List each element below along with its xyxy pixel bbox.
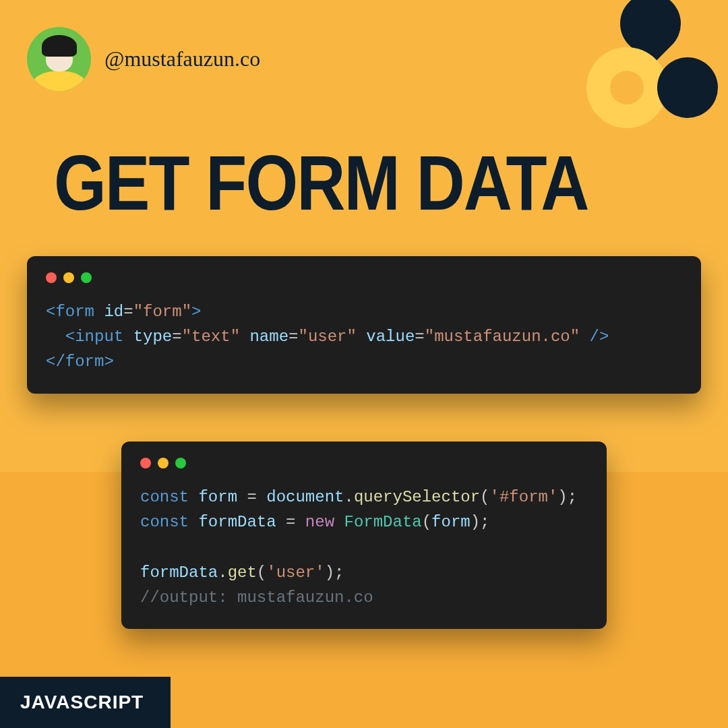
maximize-icon bbox=[175, 458, 186, 468]
page-title: GET FORM DATA bbox=[54, 138, 588, 227]
window-controls bbox=[46, 272, 682, 283]
shape-ring-icon bbox=[586, 47, 667, 128]
code-block-js: const form = document.querySelector('#fo… bbox=[140, 485, 588, 610]
maximize-icon bbox=[81, 272, 92, 283]
close-icon bbox=[46, 272, 57, 283]
code-block-html: <form id="form"> <input type="text" name… bbox=[46, 299, 682, 375]
decorative-shapes bbox=[580, 0, 728, 155]
category-tag: JAVASCRIPT bbox=[0, 677, 171, 728]
minimize-icon bbox=[158, 458, 169, 468]
close-icon bbox=[140, 458, 151, 468]
avatar bbox=[27, 27, 91, 91]
header: @mustafauzun.co bbox=[27, 27, 260, 91]
window-controls bbox=[140, 458, 588, 468]
shape-circle-icon bbox=[657, 57, 718, 118]
code-window-html: <form id="form"> <input type="text" name… bbox=[27, 256, 701, 394]
profile-handle: @mustafauzun.co bbox=[104, 47, 260, 71]
minimize-icon bbox=[63, 272, 74, 283]
code-window-js: const form = document.querySelector('#fo… bbox=[121, 442, 607, 629]
